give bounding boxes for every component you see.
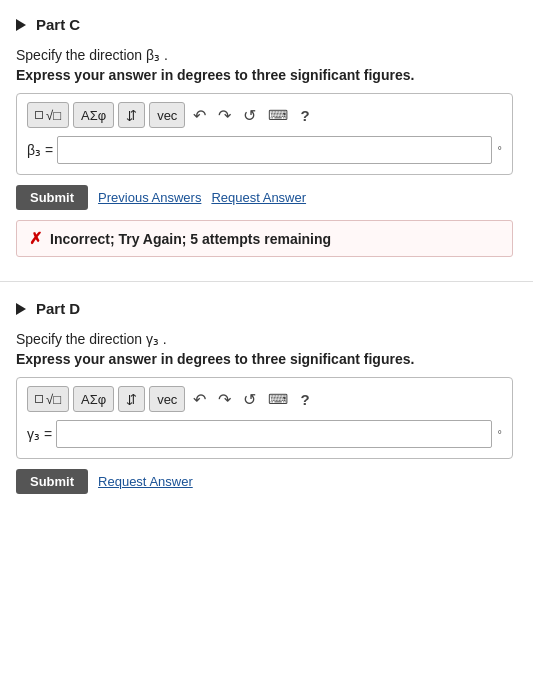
sqrt-button-d[interactable]: √□ [27, 386, 69, 412]
refresh-button-c[interactable]: ↺ [239, 102, 260, 128]
part-c-submit-button[interactable]: Submit [16, 185, 88, 210]
part-d-instruction2: Express your answer in degrees to three … [16, 351, 513, 367]
arrows-button-d[interactable]: ⇵ [118, 386, 145, 412]
keyboard-button-c[interactable]: ⌨ [264, 102, 292, 128]
collapse-icon-d[interactable] [16, 303, 26, 315]
part-c-previous-answers-button[interactable]: Previous Answers [98, 190, 201, 205]
sqrt-symbol-c: √□ [46, 108, 61, 123]
redo-button-d[interactable]: ↷ [214, 386, 235, 412]
arrows-button-c[interactable]: ⇵ [118, 102, 145, 128]
part-d-title: Part D [36, 300, 80, 317]
part-d-answer-box: √□ AΣφ ⇵ vec ↶ ↷ ↺ ⌨ ? γ₃ = [16, 377, 513, 459]
part-c-input[interactable] [57, 136, 491, 164]
keyboard-button-d[interactable]: ⌨ [264, 386, 292, 412]
vec-button-c[interactable]: vec [149, 102, 185, 128]
aso-button-c[interactable]: AΣφ [73, 102, 114, 128]
part-c-error-message: Incorrect; Try Again; 5 attempts remaini… [50, 231, 331, 247]
help-button-c[interactable]: ? [296, 102, 313, 128]
undo-button-c[interactable]: ↶ [189, 102, 210, 128]
vec-button-d[interactable]: vec [149, 386, 185, 412]
part-d-input[interactable] [56, 420, 492, 448]
small-square-icon-c [35, 111, 43, 119]
part-c-request-answer-button[interactable]: Request Answer [211, 190, 306, 205]
collapse-icon-c[interactable] [16, 19, 26, 31]
undo-button-d[interactable]: ↶ [189, 386, 210, 412]
part-d-degree: ° [498, 428, 502, 440]
part-d-section: Part D Specify the direction γ₃ . Expres… [0, 290, 533, 520]
part-c-instruction1: Specify the direction β₃ . [16, 47, 513, 63]
part-c-input-row: β₃ = ° [27, 136, 502, 164]
part-c-answer-box: √□ AΣφ ⇵ vec ↶ ↷ ↺ ⌨ ? β₃ = [16, 93, 513, 175]
redo-button-c[interactable]: ↷ [214, 102, 235, 128]
part-d-submit-button[interactable]: Submit [16, 469, 88, 494]
part-c-degree: ° [498, 144, 502, 156]
error-icon-c: ✗ [29, 229, 42, 248]
part-c-action-row: Submit Previous Answers Request Answer [16, 185, 513, 210]
aso-button-d[interactable]: AΣφ [73, 386, 114, 412]
part-c-error-box: ✗ Incorrect; Try Again; 5 attempts remai… [16, 220, 513, 257]
sqrt-button-c[interactable]: √□ [27, 102, 69, 128]
part-d-input-row: γ₃ = ° [27, 420, 502, 448]
help-button-d[interactable]: ? [296, 386, 313, 412]
part-c-toolbar: √□ AΣφ ⇵ vec ↶ ↷ ↺ ⌨ ? [27, 102, 502, 128]
small-square-icon-d [35, 395, 43, 403]
part-c-title: Part C [36, 16, 80, 33]
section-divider [0, 281, 533, 282]
part-c-label: β₃ = [27, 142, 53, 158]
refresh-button-d[interactable]: ↺ [239, 386, 260, 412]
part-d-label: γ₃ = [27, 426, 52, 442]
part-d-request-answer-button[interactable]: Request Answer [98, 474, 193, 489]
part-d-instruction1: Specify the direction γ₃ . [16, 331, 513, 347]
part-c-instruction2: Express your answer in degrees to three … [16, 67, 513, 83]
part-d-action-row: Submit Request Answer [16, 469, 513, 494]
sqrt-symbol-d: √□ [46, 392, 61, 407]
part-d-toolbar: √□ AΣφ ⇵ vec ↶ ↷ ↺ ⌨ ? [27, 386, 502, 412]
